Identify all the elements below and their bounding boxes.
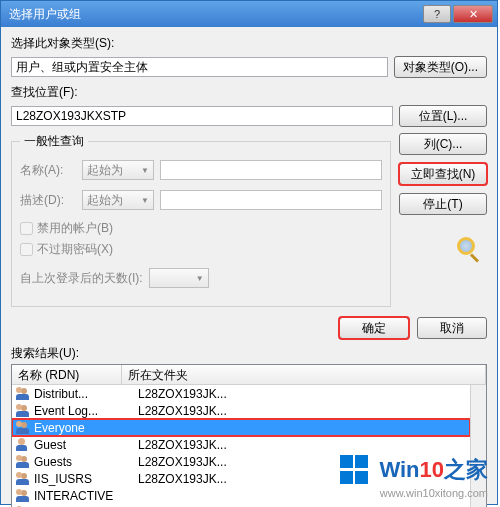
name-combo[interactable]: 起始为	[82, 160, 154, 180]
disabled-accounts-check[interactable]: 禁用的帐户(B)	[20, 220, 382, 237]
watermark-brand: Win10之家	[379, 457, 488, 482]
list-item-name: Distribut...	[34, 387, 138, 401]
general-query-group: 一般性查询 名称(A): 起始为 描述(D): 起始为 禁用的帐户(B)	[11, 133, 391, 307]
list-item-name: Guests	[34, 455, 138, 469]
watermark-prefix: Win	[379, 457, 419, 482]
group-icon	[16, 489, 32, 503]
list-item-name: IIS_IUSRS	[34, 472, 138, 486]
no-expire-label: 不过期密码(X)	[37, 241, 113, 258]
last-logon-combo[interactable]	[149, 268, 209, 288]
watermark-url: www.win10xitong.com	[340, 487, 488, 499]
results-header: 名称 (RDN) 所在文件夹	[12, 365, 486, 385]
list-item[interactable]: Everyone	[12, 419, 470, 436]
object-type-label: 选择此对象类型(S):	[11, 35, 487, 52]
list-item-name: INTERACTIVE	[34, 489, 138, 503]
window-title: 选择用户或组	[5, 6, 421, 23]
help-button[interactable]: ?	[423, 5, 451, 23]
desc-combo[interactable]: 起始为	[82, 190, 154, 210]
watermark-red: 10	[420, 457, 444, 482]
list-item[interactable]: Event Log...L28ZOX193JK...	[12, 402, 470, 419]
results-label: 搜索结果(U):	[11, 345, 487, 362]
list-item-folder: L28ZOX193JK...	[138, 387, 466, 401]
last-logon-label: 自上次登录后的天数(I):	[20, 270, 143, 287]
watermark: Win10之家 www.win10xitong.com	[340, 455, 488, 499]
list-item-name: Everyone	[34, 421, 138, 435]
desc-input[interactable]	[160, 190, 382, 210]
find-now-button[interactable]: 立即查找(N)	[399, 163, 487, 185]
object-types-button[interactable]: 对象类型(O)...	[394, 56, 487, 78]
location-label: 查找位置(F):	[11, 84, 487, 101]
location-field[interactable]	[11, 106, 393, 126]
columns-button[interactable]: 列(C)...	[399, 133, 487, 155]
group-icon	[16, 387, 32, 401]
search-icon	[451, 235, 487, 263]
ok-button[interactable]: 确定	[339, 317, 409, 339]
header-name[interactable]: 名称 (RDN)	[12, 365, 122, 384]
windows-logo-icon	[340, 455, 370, 485]
content-area: 选择此对象类型(S): 对象类型(O)... 查找位置(F): 位置(L)...…	[1, 27, 497, 507]
group-icon	[16, 472, 32, 486]
no-expire-checkbox[interactable]	[20, 243, 33, 256]
group-icon	[16, 404, 32, 418]
general-query-legend: 一般性查询	[20, 133, 88, 150]
list-item-folder: L28ZOX193JK...	[138, 438, 466, 452]
dialog-window: 选择用户或组 ? ✕ 选择此对象类型(S): 对象类型(O)... 查找位置(F…	[0, 0, 498, 505]
list-item-folder: L28ZOX193JK...	[138, 404, 466, 418]
no-expire-check[interactable]: 不过期密码(X)	[20, 241, 382, 258]
titlebar: 选择用户或组 ? ✕	[1, 1, 497, 27]
name-label: 名称(A):	[20, 162, 76, 179]
list-item[interactable]: Distribut...L28ZOX193JK...	[12, 385, 470, 402]
disabled-accounts-checkbox[interactable]	[20, 222, 33, 235]
close-button[interactable]: ✕	[453, 5, 493, 23]
locations-button[interactable]: 位置(L)...	[399, 105, 487, 127]
watermark-suffix: 之家	[444, 457, 488, 482]
list-item[interactable]: GuestL28ZOX193JK...	[12, 436, 470, 453]
name-input[interactable]	[160, 160, 382, 180]
object-type-field[interactable]	[11, 57, 388, 77]
user-icon	[16, 438, 32, 452]
stop-button[interactable]: 停止(T)	[399, 193, 487, 215]
cancel-button[interactable]: 取消	[417, 317, 487, 339]
list-item-name: Event Log...	[34, 404, 138, 418]
list-item-name: Guest	[34, 438, 138, 452]
desc-label: 描述(D):	[20, 192, 76, 209]
disabled-accounts-label: 禁用的帐户(B)	[37, 220, 113, 237]
group-icon	[16, 421, 32, 435]
header-folder[interactable]: 所在文件夹	[122, 365, 486, 384]
group-icon	[16, 455, 32, 469]
